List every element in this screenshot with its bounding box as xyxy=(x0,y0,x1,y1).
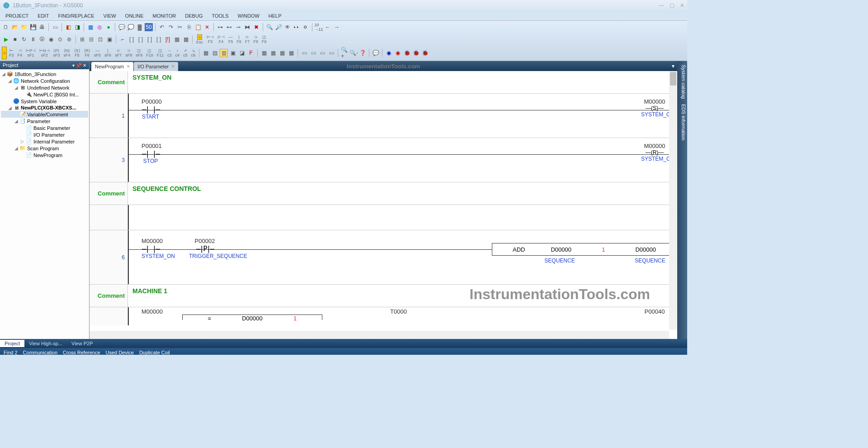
tool-icon-1[interactable]: ◧ xyxy=(64,23,72,31)
tbl-icon-2[interactable]: ▦ xyxy=(269,49,277,57)
tree-undef[interactable]: Undefined Network xyxy=(27,85,70,91)
menu-online[interactable]: ONLINE xyxy=(123,12,146,19)
f-key-f8[interactable]: ⊃F8 xyxy=(252,33,260,46)
rung-comment-1[interactable]: Comment SYSTEM_ON xyxy=(90,71,677,94)
rung-2[interactable]: 3 P00001 —| |— STOP M00000 —(R)— SYSTEM_ xyxy=(90,138,677,182)
view-icon-4[interactable]: ▣ xyxy=(229,49,237,57)
tree-basicparam[interactable]: Basic Parameter xyxy=(33,125,70,131)
rung4-func[interactable]: ADD D00000 1 D00000 xyxy=(492,243,673,256)
open2-icon[interactable]: 📁 xyxy=(20,23,28,31)
tree-intparam[interactable]: Internal Parameter xyxy=(33,139,75,144)
rung-4[interactable]: 6 M00000 —| |— SYSTEM_ON P00002 —|P|— TR xyxy=(90,230,677,285)
find5-icon[interactable]: ⭘ xyxy=(302,23,310,31)
side-tab-eds[interactable]: EDS information xyxy=(678,104,686,140)
save-icon[interactable]: 💾 xyxy=(29,23,37,31)
btab-project[interactable]: Project xyxy=(0,340,24,347)
menu-view[interactable]: VIEW xyxy=(101,12,118,19)
sf-key-sf1[interactable]: ⊢P⊣sF1 xyxy=(24,47,37,59)
tool-icon-3[interactable]: ▦ xyxy=(86,23,94,31)
tree-param[interactable]: Parameter xyxy=(27,119,50,124)
tbl-icon-4[interactable]: ▦ xyxy=(287,49,295,57)
f-key-f5[interactable]: —F5 xyxy=(227,33,235,46)
sf-key-esc[interactable]: ⎋ xyxy=(2,47,7,59)
f-key-f3[interactable]: ⊢⊣F3 xyxy=(205,33,215,46)
menu-window[interactable]: WINDOW xyxy=(236,12,261,19)
bracket-icon-2[interactable]: [ ] xyxy=(127,35,136,43)
sf-key-f3[interactable]: ⊢F3 xyxy=(8,47,15,59)
ladder-canvas[interactable]: Comment SYSTEM_ON 1 P00000 —| |— START xyxy=(90,71,677,339)
tool-icon-8[interactable]: ▓ xyxy=(136,23,144,31)
debug-icon-1[interactable]: ⦿ xyxy=(38,35,46,43)
view-icon-5[interactable]: ◪ xyxy=(238,49,246,57)
tool-icon-5[interactable]: ● xyxy=(104,23,113,31)
f-key-f7[interactable]: ⊂F7 xyxy=(244,33,251,46)
maximize-icon[interactable]: ▢ xyxy=(670,2,675,9)
print-icon[interactable]: 🖶 xyxy=(38,23,46,31)
cut-icon[interactable]: ✂ xyxy=(176,23,184,31)
sf-key-c6[interactable]: ↘c6 xyxy=(190,47,197,59)
tree-newplc[interactable]: NewPLC(XGB-XBCXS... xyxy=(21,105,76,110)
find4-icon[interactable]: 👀 xyxy=(292,23,301,31)
rung-comment-2[interactable]: Comment SEQUENCE CONTROL xyxy=(90,182,677,205)
btab-highspeed[interactable]: View High-sp... xyxy=(24,340,67,347)
next-icon[interactable]: → xyxy=(333,23,341,31)
tree-scanprog[interactable]: Scan Program xyxy=(27,146,59,151)
bracket-icon-3[interactable]: [ ] xyxy=(137,35,145,43)
menu-debug[interactable]: DEBUG xyxy=(183,12,204,19)
prev-icon[interactable]: ← xyxy=(324,23,332,31)
find2-icon[interactable]: 🔎 xyxy=(274,23,283,31)
f-key-f9[interactable]: ◫F9 xyxy=(260,33,268,46)
project-tree[interactable]: ◢📦1Button_3Function ◢🌐Network Configurat… xyxy=(0,69,89,339)
tabs-menu-icon[interactable]: ▾ xyxy=(672,63,675,69)
rung-6[interactable]: M00000 = D00000 1 T0000 P00040 xyxy=(90,307,677,325)
tool-icon-q[interactable]: ▦ xyxy=(173,35,181,43)
bug-icon-3[interactable]: 🐞 xyxy=(421,49,429,57)
zoom-out-icon[interactable]: 🔍- xyxy=(349,49,358,57)
tool-icon-r[interactable]: ▦ xyxy=(182,35,190,43)
tree-varcomment[interactable]: Variable/Comment xyxy=(27,112,68,117)
minimize-icon[interactable]: — xyxy=(659,2,664,9)
bug-icon-2[interactable]: 🐞 xyxy=(412,49,420,57)
tree-ioparam[interactable]: I/O Parameter xyxy=(33,132,65,138)
bracket-icon-6[interactable]: [!] xyxy=(164,35,172,43)
tbl-icon-1[interactable]: ▦ xyxy=(260,49,268,57)
chat-icon[interactable]: 💬 xyxy=(372,49,380,57)
status-used[interactable]: Used Device xyxy=(106,350,134,355)
tool-icon-2[interactable]: ◨ xyxy=(73,23,81,31)
sf-key-f5[interactable]: ⟨S⟩F5 xyxy=(73,47,82,59)
menu-help[interactable]: HELP xyxy=(267,12,283,19)
debug-icon-3[interactable]: ⊙ xyxy=(56,35,64,43)
window-icon[interactable]: ▭ xyxy=(51,23,59,31)
paste-icon[interactable]: 📋 xyxy=(194,23,202,31)
tool-icon-6[interactable]: 💬 xyxy=(118,23,126,31)
tool-icon-7[interactable]: 💭 xyxy=(127,23,135,31)
menu-monitor[interactable]: MONITOR xyxy=(151,12,178,19)
sf-key-c5[interactable]: ↗c5 xyxy=(182,47,189,59)
status-find[interactable]: Find 2 xyxy=(4,350,18,355)
ext-icon-2[interactable]: ▭ xyxy=(309,49,317,57)
f-key-esc[interactable]: ⎋Esc xyxy=(195,33,204,46)
sf-key-sf6[interactable]: |sF6 xyxy=(103,47,113,59)
rung-1[interactable]: 1 P00000 —| |— START M00000 —(S)— SYSTEM xyxy=(90,94,677,138)
tab-newprogram[interactable]: NewProgram × xyxy=(91,62,133,71)
delete-icon[interactable]: ✕ xyxy=(203,23,211,31)
status-dup[interactable]: Duplicate Coil xyxy=(139,350,170,355)
project-panel-header[interactable]: Project ▾ 📌 ✕ xyxy=(0,61,89,69)
help-icon[interactable]: ❓ xyxy=(359,49,367,57)
status-xref[interactable]: Cross Reference xyxy=(63,350,100,355)
sf-key-sf4[interactable]: ⟨N⟩sF4 xyxy=(62,47,72,59)
vertical-scrollbar[interactable] xyxy=(669,71,677,330)
zoom-icon-2[interactable]: ⊟ xyxy=(87,35,95,43)
bracket-icon-5[interactable]: [ ] xyxy=(155,35,163,43)
view-icon-2[interactable]: ▤ xyxy=(211,49,219,57)
menu-tools[interactable]: TOOLS xyxy=(210,12,230,19)
bracket-icon-4[interactable]: [ ] xyxy=(146,35,154,43)
tab-close-icon[interactable]: × xyxy=(171,63,175,70)
undo-icon[interactable]: ↶ xyxy=(158,23,166,31)
net-icon-2[interactable]: ⊷ xyxy=(225,23,233,31)
copy-icon[interactable]: ⎘ xyxy=(185,23,193,31)
sf-key-c3[interactable]: ↔c3 xyxy=(166,47,173,59)
f-key-f6[interactable]: |F6 xyxy=(236,33,243,46)
tool-icon-9[interactable]: 50 xyxy=(145,23,153,31)
tbl-icon-3[interactable]: ▦ xyxy=(278,49,286,57)
